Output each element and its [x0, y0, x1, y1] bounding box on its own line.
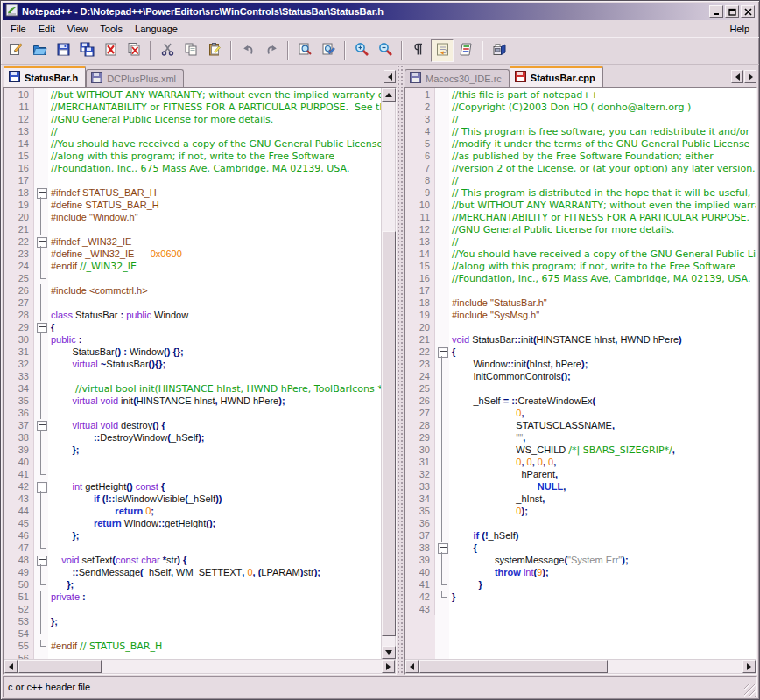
- tabs-right: Macocs30_IDE.rcStatusBar.cpp: [405, 66, 603, 87]
- fold-margin: [34, 199, 48, 211]
- editor-line: 22{: [405, 346, 756, 358]
- fold-margin: [435, 211, 449, 223]
- tab-macocs30-ide-rc[interactable]: Macocs30_IDE.rc: [405, 69, 510, 87]
- tab-scroll-left-button[interactable]: [384, 70, 396, 83]
- horizontal-scroll-thumb[interactable]: [18, 660, 102, 673]
- maximize-button[interactable]: [725, 5, 739, 18]
- editor-line: 12//GNU General Public License for more …: [4, 113, 381, 125]
- fold-margin: [34, 505, 48, 517]
- title-bar: Notepad++ - D:\Notepad++\PowerEditor\src…: [3, 3, 757, 20]
- line-number: 15: [405, 260, 435, 272]
- editor-line: 6//as published by the Free Software Fou…: [405, 150, 756, 162]
- menu-tools[interactable]: Tools: [94, 22, 129, 36]
- tab-dcplusplus-xml[interactable]: DCPlusPlus.xml: [86, 69, 184, 87]
- editor-line: 38 ::DestroyWindow(_hSelf);: [4, 431, 381, 444]
- menu-file[interactable]: File: [4, 22, 32, 36]
- code-line: // This program is free software; you ca…: [449, 125, 756, 137]
- code-line: [48, 652, 381, 659]
- menu-help[interactable]: Help: [723, 22, 756, 36]
- code-line: StatusBar() : Window() {};: [48, 346, 381, 358]
- fold-margin: [34, 627, 48, 640]
- user-define-dialog-button[interactable]: [454, 39, 477, 62]
- line-number: 42: [4, 480, 34, 493]
- zoom-in-icon: [355, 42, 369, 60]
- pane-splitter[interactable]: [397, 65, 404, 675]
- scroll-right-button[interactable]: [382, 660, 395, 673]
- show-all-characters-button[interactable]: [407, 39, 430, 62]
- close-all-button[interactable]: [123, 39, 145, 62]
- code-line: #include "StatusBar.h": [449, 297, 756, 309]
- fold-margin: [34, 603, 48, 615]
- zoom-in-button[interactable]: [350, 39, 373, 62]
- find-button[interactable]: [293, 39, 316, 62]
- scroll-right-button[interactable]: [742, 660, 756, 673]
- save-all-button[interactable]: [75, 39, 98, 62]
- horizontal-scroll-thumb[interactable]: [419, 660, 608, 673]
- horizontal-scrollbar-left[interactable]: [4, 659, 395, 673]
- tab-scroll-left-button[interactable]: [731, 70, 743, 83]
- zoom-out-button[interactable]: [374, 39, 397, 62]
- editor-right[interactable]: 1//this file is part of notepad++2//Copy…: [404, 87, 757, 675]
- line-number: 28: [405, 419, 435, 431]
- close-button[interactable]: [741, 5, 755, 18]
- line-number: 11: [4, 101, 34, 113]
- redo-button[interactable]: [260, 39, 283, 62]
- tab-statusbar-h[interactable]: StatusBar.h: [4, 66, 86, 87]
- editor-line: 23 Window::init(hInst, hPere);: [405, 358, 756, 370]
- minimize-button[interactable]: [709, 5, 723, 18]
- code-line: //MERCHANTABILITY or FITNESS FOR A PARTI…: [48, 101, 381, 113]
- vertical-scroll-thumb[interactable]: [382, 231, 396, 636]
- horizontal-scrollbar-right[interactable]: [405, 659, 756, 673]
- line-number: 14: [405, 248, 435, 260]
- scroll-up-button[interactable]: [382, 88, 396, 102]
- fold-margin: [34, 162, 48, 174]
- menu-language[interactable]: Language: [129, 22, 184, 36]
- paste-button[interactable]: [203, 39, 226, 62]
- tab-label: StatusBar.h: [25, 73, 78, 83]
- editor-line: 28 STATUSCLASSNAME,: [405, 419, 756, 431]
- new-file-button[interactable]: [4, 39, 27, 62]
- undo-button[interactable]: [236, 39, 259, 62]
- scroll-down-button[interactable]: [382, 646, 396, 659]
- editor-line: 9// This program is distributed in the h…: [405, 186, 756, 199]
- code-line: [449, 517, 756, 529]
- cut-button[interactable]: [156, 39, 179, 62]
- resize-grip[interactable]: [744, 684, 756, 696]
- line-number: 10: [405, 199, 435, 211]
- toolbar-separator: [230, 41, 232, 60]
- fold-margin: [435, 554, 449, 566]
- scroll-left-button[interactable]: [405, 660, 419, 673]
- save-file-button[interactable]: [52, 39, 74, 62]
- close-file-button[interactable]: [99, 39, 122, 62]
- tab-statusbar-cpp[interactable]: StatusBar.cpp: [510, 66, 603, 87]
- line-number: 16: [4, 162, 34, 174]
- open-file-button[interactable]: [28, 39, 51, 62]
- scroll-left-button[interactable]: [4, 660, 18, 673]
- fold-margin: [34, 517, 48, 529]
- code-line: systemMessage("System Err");: [449, 554, 756, 566]
- replace-button[interactable]: [317, 39, 340, 62]
- editor-left[interactable]: 10//but WITHOUT ANY WARRANTY; without ev…: [3, 87, 397, 675]
- menu-edit[interactable]: Edit: [32, 22, 61, 36]
- open-file-icon: [32, 42, 47, 60]
- copy-button[interactable]: [179, 39, 202, 62]
- editor-line: 43 if (!::IsWindowVisible(_hSelf)): [4, 493, 381, 505]
- copy-icon: [184, 42, 199, 60]
- save-all-icon: [80, 42, 95, 60]
- menu-view[interactable]: View: [61, 22, 95, 36]
- word-wrap-button[interactable]: [431, 39, 454, 62]
- editor-line: 34 //virtual bool init(HINSTANCE hInst, …: [4, 382, 381, 395]
- print-icon: [492, 42, 507, 60]
- tab-scroll-right-button[interactable]: [744, 70, 756, 83]
- code-line: //Foundation, Inc., 675 Mass Ave, Cambri…: [449, 272, 756, 284]
- line-number: 41: [4, 468, 34, 480]
- editor-line: 26#include <commctrl.h>: [4, 284, 381, 297]
- zoom-out-icon: [378, 42, 393, 60]
- arrow-left-icon: [9, 663, 13, 670]
- code-line: NULL,: [449, 480, 756, 493]
- vertical-scrollbar-left[interactable]: [381, 88, 395, 659]
- code-line: [449, 603, 756, 615]
- fold-margin: [34, 309, 48, 321]
- print-button[interactable]: [488, 39, 510, 62]
- line-number: 17: [405, 284, 435, 297]
